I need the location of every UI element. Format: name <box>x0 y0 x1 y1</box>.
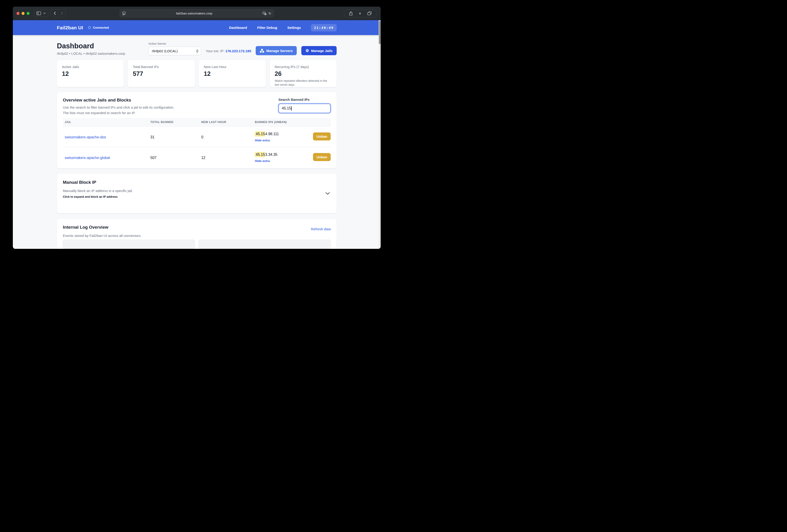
column-header-total-banned: TOTAL BANNED <box>149 118 199 127</box>
new-last-hour-value: 12 <box>199 147 253 168</box>
internal-log-card: Internal Log Overview Events stored by F… <box>57 219 337 249</box>
search-banned-ips-input[interactable]: 45.15 <box>278 104 331 113</box>
external-ip-label: Your ext. IP: <box>206 49 224 53</box>
minimize-window-button[interactable] <box>22 12 24 15</box>
page-scrollbar[interactable] <box>379 20 381 249</box>
ip-rest: 3.34.35 <box>265 153 277 156</box>
scrollbar-thumb[interactable] <box>379 21 381 44</box>
banned-ip: 45.153.34.35 <box>255 153 277 157</box>
clock: 21:48:49 <box>311 24 337 31</box>
stat-label: Recurring IPs (7 days) <box>275 65 332 69</box>
column-header-banned-ips: BANNED IPS (UNBAN) <box>253 118 331 127</box>
page-title: Dashboard <box>57 42 125 50</box>
stat-cards-row: Active Jails 12 Total Banned IPs 577 New… <box>57 60 337 87</box>
stat-value: 577 <box>133 70 190 77</box>
ip-match-highlight: 45.15 <box>255 152 265 157</box>
banned-ip: 45.154.98.111 <box>255 132 279 136</box>
stat-card-total-banned: Total Banned IPs 577 <box>128 60 195 87</box>
manage-jails-label: Manage Jails <box>311 49 333 53</box>
column-header-jail: JAIL <box>63 118 149 127</box>
active-server-select[interactable]: rlinfp02 (LOCAL) <box>148 47 201 55</box>
manual-block-card[interactable]: Manual Block IP Manually block an IP add… <box>57 174 337 213</box>
chevron-down-icon <box>43 13 46 14</box>
manual-block-hint: Click to expand and block an IP address <box>63 195 331 198</box>
refresh-data-link[interactable]: Refresh data <box>311 227 331 231</box>
table-row: swissmakers-apache-global 507 12 45.153.… <box>63 147 331 168</box>
reader-icon[interactable] <box>122 12 126 15</box>
stat-value: 12 <box>62 70 119 77</box>
stat-description: Watch repeated offenders detected in the… <box>275 79 332 87</box>
jail-link[interactable]: swissmakers-apache-dos <box>65 135 106 139</box>
table-row: swissmakers-apache-dos 31 0 45.154.98.11… <box>63 127 331 147</box>
stat-value: 12 <box>204 70 261 77</box>
log-filter-input[interactable] <box>63 240 195 249</box>
internal-log-description: Events stored by Fail2ban-UI across all … <box>63 234 331 238</box>
stat-card-new-last-hour: New Last Hour 12 <box>199 60 266 87</box>
address-bar[interactable]: fail2ban.swissmakers.corp A 文 ↻ <box>120 9 274 17</box>
nav-dashboard[interactable]: Dashboard <box>229 26 247 29</box>
hide-extra-link[interactable]: Hide extra <box>255 159 270 163</box>
new-last-hour-value: 0 <box>199 127 253 147</box>
chevron-down-icon[interactable] <box>325 192 330 195</box>
ip-match-highlight: 45.15 <box>255 131 265 136</box>
log-filter-input[interactable] <box>198 240 331 249</box>
zoom-window-button[interactable] <box>27 12 29 15</box>
main-nav: Dashboard Filter Debug Settings 21:48:49 <box>229 24 337 31</box>
svg-text:文: 文 <box>265 13 267 15</box>
page-content: Dashboard rlinfp02 • LOCAL • rlinfp02.sw… <box>13 35 381 249</box>
sidebar-toggle-button[interactable] <box>34 9 48 17</box>
ip-rest: 4.98.111 <box>265 132 279 136</box>
total-banned-value: 507 <box>149 147 199 168</box>
overview-card: Overview active Jails and Blocks Use the… <box>57 92 337 169</box>
share-icon[interactable] <box>349 11 353 16</box>
forward-button[interactable] <box>61 12 63 15</box>
back-button[interactable] <box>54 12 56 15</box>
sidebar-icon <box>37 12 41 15</box>
search-input-value: 45.15 <box>282 106 291 110</box>
external-ip: Your ext. IP: 176.223.172.185 <box>206 49 251 53</box>
total-banned-value: 31 <box>149 127 199 147</box>
stat-label: New Last Hour <box>204 65 261 69</box>
internal-log-title: Internal Log Overview <box>63 225 331 230</box>
select-updown-icon <box>196 49 198 53</box>
reload-icon[interactable]: ↻ <box>268 12 271 15</box>
table-header-row: JAIL TOTAL BANNED NEW LAST HOUR BANNED I… <box>63 118 331 127</box>
divider <box>58 11 59 15</box>
translate-icon[interactable]: A 文 <box>262 12 267 15</box>
nav-settings[interactable]: Settings <box>287 26 301 29</box>
active-server-label: Active Server <box>148 42 201 45</box>
tab-overview-icon[interactable] <box>367 12 372 15</box>
manage-servers-button[interactable]: Manage Servers <box>256 46 297 55</box>
page-header-row: Dashboard rlinfp02 • LOCAL • rlinfp02.sw… <box>57 42 337 56</box>
search-banned-ips-label: Search Banned IPs <box>278 97 331 102</box>
connection-status-label: Connected <box>93 26 109 29</box>
nav-filter-debug[interactable]: Filter Debug <box>257 26 277 29</box>
manage-jails-button[interactable]: ⚙ Manage Jails <box>301 46 337 55</box>
jails-table: JAIL TOTAL BANNED NEW LAST HOUR BANNED I… <box>63 118 331 168</box>
traffic-lights <box>17 12 29 15</box>
sitemap-icon <box>260 49 264 53</box>
safari-window: fail2ban.swissmakers.corp A 文 ↻ <box>13 7 381 249</box>
stat-card-active-jails: Active Jails 12 <box>57 60 124 87</box>
desktop-background: fail2ban.swissmakers.corp A 文 ↻ <box>0 0 394 266</box>
history-nav-group <box>51 9 66 17</box>
manual-block-title: Manual Block IP <box>63 180 331 185</box>
text-caret <box>291 106 292 111</box>
log-filters-row <box>63 240 331 249</box>
manual-block-description: Manually block an IP address in a specif… <box>63 189 331 193</box>
stat-label: Active Jails <box>62 65 119 69</box>
jail-link[interactable]: swissmakers-apache-global <box>65 156 110 160</box>
hide-extra-link[interactable]: Hide extra <box>255 139 270 142</box>
page-subtitle: rlinfp02 • LOCAL • rlinfp02.swissmakers.… <box>57 51 125 56</box>
status-ring-icon <box>88 26 91 29</box>
toolbar-right-group: + <box>344 9 377 17</box>
active-server-value: rlinfp02 (LOCAL) <box>152 49 196 53</box>
column-header-new-last-hour: NEW LAST HOUR <box>199 118 253 127</box>
app-brand: Fail2ban UI <box>57 25 83 30</box>
new-tab-icon[interactable]: + <box>359 11 361 16</box>
unban-button[interactable]: Unban <box>313 132 331 140</box>
url-text: fail2ban.swissmakers.corp <box>126 12 262 15</box>
close-window-button[interactable] <box>17 12 20 15</box>
unban-button[interactable]: Unban <box>313 153 331 161</box>
gear-icon: ⚙ <box>305 49 309 53</box>
